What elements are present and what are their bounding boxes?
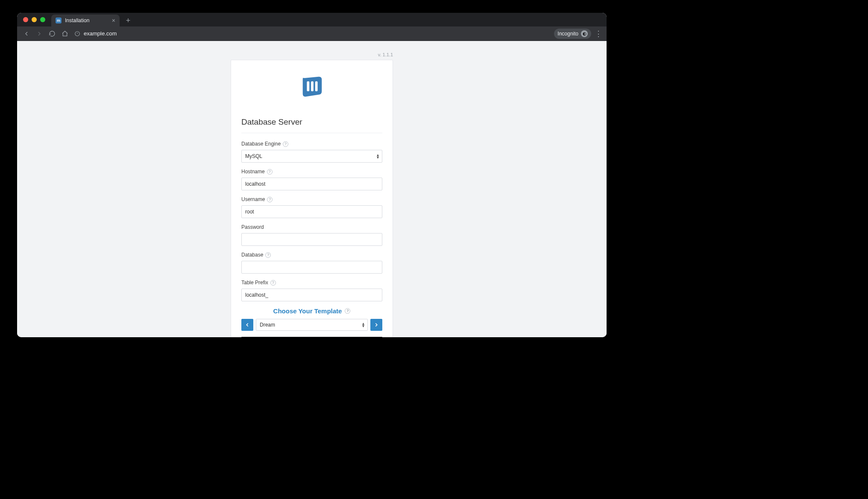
field-database: Database ? xyxy=(241,252,382,274)
password-input[interactable] xyxy=(241,233,382,246)
incognito-indicator[interactable]: Incognito ◐ xyxy=(554,29,591,39)
table-prefix-input[interactable] xyxy=(241,289,382,301)
template-preview: Dream HOME BLOG SHOP SERVICES ABOUT PORT… xyxy=(241,337,382,337)
template-chooser: Dream ▴▾ xyxy=(241,319,382,331)
database-engine-select[interactable]: MySQL xyxy=(241,150,382,163)
address-bar-url: example.com xyxy=(84,30,117,37)
browser-window: m Installation × + example.com Incognito… xyxy=(17,13,607,337)
nav-home-button[interactable] xyxy=(60,29,70,39)
label-username: Username xyxy=(241,196,265,202)
label-table-prefix: Table Prefix xyxy=(241,280,268,286)
nav-back-button[interactable] xyxy=(21,29,32,39)
label-hostname: Hostname xyxy=(241,169,265,175)
svg-rect-1 xyxy=(307,81,309,91)
page-viewport[interactable]: v. 1.1.1 Database Server Database Engine xyxy=(17,41,607,337)
hostname-input[interactable] xyxy=(241,178,382,190)
label-database: Database xyxy=(241,252,263,258)
svg-rect-2 xyxy=(311,81,314,91)
incognito-icon: ◐ xyxy=(581,30,588,37)
label-password: Password xyxy=(241,224,264,230)
help-icon[interactable]: ? xyxy=(345,308,350,314)
label-database-engine: Database Engine xyxy=(241,141,281,147)
svg-rect-3 xyxy=(315,81,318,91)
field-table-prefix: Table Prefix ? xyxy=(241,280,382,301)
database-input[interactable] xyxy=(241,261,382,274)
browser-tab[interactable]: m Installation × xyxy=(51,15,120,26)
window-close-button[interactable] xyxy=(23,17,28,22)
chrome-menu-button[interactable]: ⋮ xyxy=(595,29,602,38)
field-database-engine: Database Engine ? MySQL ▴▾ xyxy=(241,141,382,163)
window-minimize-button[interactable] xyxy=(32,17,37,22)
window-zoom-button[interactable] xyxy=(40,17,45,22)
site-info-icon[interactable] xyxy=(74,31,80,37)
template-select[interactable]: Dream xyxy=(256,319,368,331)
nav-forward-button[interactable] xyxy=(34,29,44,39)
panel-title: Database Server xyxy=(241,117,382,127)
app-logo xyxy=(241,74,382,100)
username-input[interactable] xyxy=(241,205,382,218)
address-bar[interactable]: example.com xyxy=(74,30,117,37)
field-password: Password xyxy=(241,224,382,246)
field-username: Username ? xyxy=(241,196,382,218)
nav-reload-button[interactable] xyxy=(47,29,57,39)
help-icon[interactable]: ? xyxy=(270,280,276,286)
tab-title: Installation xyxy=(65,18,89,23)
chrome-toolbar: example.com Incognito ◐ ⋮ xyxy=(17,26,607,41)
install-card: Database Server Database Engine ? MySQL … xyxy=(231,60,393,337)
new-tab-button[interactable]: + xyxy=(123,15,133,26)
incognito-label: Incognito xyxy=(557,31,578,37)
help-icon[interactable]: ? xyxy=(265,252,271,258)
help-icon[interactable]: ? xyxy=(267,169,273,175)
help-icon[interactable]: ? xyxy=(267,197,273,202)
chrome-tab-strip: m Installation × + xyxy=(17,13,607,26)
template-heading: Choose Your Template ? xyxy=(241,307,382,315)
tab-close-icon[interactable]: × xyxy=(112,17,115,24)
field-hostname: Hostname ? xyxy=(241,169,382,190)
template-next-button[interactable] xyxy=(370,319,382,331)
template-prev-button[interactable] xyxy=(241,319,253,331)
help-icon[interactable]: ? xyxy=(283,141,288,147)
window-controls xyxy=(21,13,49,26)
panel-separator xyxy=(241,133,382,133)
version-label: v. 1.1.1 xyxy=(231,52,393,57)
tab-favicon: m xyxy=(56,18,62,23)
